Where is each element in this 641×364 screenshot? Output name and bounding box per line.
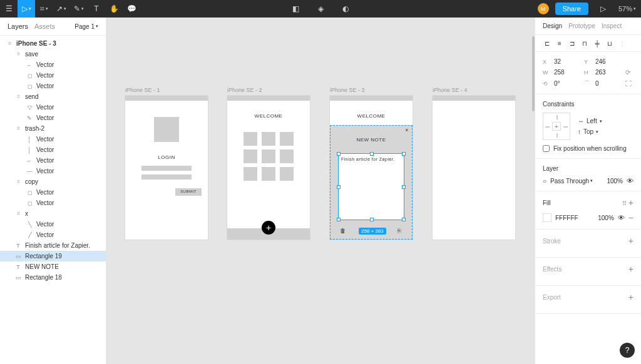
layer-type-icon: ▭: [15, 275, 21, 281]
layer-row[interactable]: ◻Vector: [0, 187, 106, 198]
zoom-select[interactable]: 57%▾: [618, 5, 636, 13]
layer-row[interactable]: ⌗iPhone SE - 3: [0, 38, 106, 49]
h-input[interactable]: 263: [595, 69, 620, 76]
layer-row[interactable]: ⌐Vector: [0, 59, 106, 70]
fix-position-input[interactable]: [543, 145, 550, 152]
layer-row[interactable]: ▭Rectangle 19: [0, 251, 106, 261]
fill-hex-input[interactable]: FFFFFF: [555, 215, 588, 221]
layer-type-icon: ▭: [15, 253, 21, 260]
right-panel: Design Prototype Inspect ⊏ ≡ ⊐ ⊓ ╪ ⊔ ⋮ X…: [535, 18, 641, 364]
visibility-icon[interactable]: 👁: [627, 177, 633, 185]
align-top-icon[interactable]: ⊓: [580, 39, 589, 48]
frame-label: iPhone SE - 2: [227, 87, 262, 93]
layer-row[interactable]: ⌗x: [0, 208, 106, 219]
layer-row[interactable]: ╲Vector: [0, 219, 106, 230]
fill-swatch[interactable]: [543, 213, 551, 222]
add-fill-button[interactable]: +: [628, 198, 633, 208]
constraint-vertical[interactable]: ↕ Top ▾: [578, 128, 602, 135]
corner-expand-icon[interactable]: ⛶: [625, 80, 635, 87]
x-input[interactable]: 32: [554, 58, 579, 65]
fill-visibility-icon[interactable]: 👁: [618, 214, 625, 221]
layer-row[interactable]: │Vector: [0, 134, 106, 144]
constraint-widget[interactable]: +: [543, 113, 570, 140]
pen-tool[interactable]: ↗▾: [53, 0, 70, 18]
layer-row[interactable]: │Vector: [0, 144, 106, 155]
assets-tab[interactable]: Assets: [34, 23, 55, 30]
inspect-tab[interactable]: Inspect: [602, 23, 622, 29]
layer-row[interactable]: ▭Rectangle 18: [0, 272, 106, 283]
add-export-button[interactable]: +: [628, 292, 633, 302]
layer-row[interactable]: ✎Vector: [0, 113, 106, 123]
layer-row[interactable]: TFinish article for Zapier.: [0, 240, 106, 251]
layer-name: Vector: [36, 231, 54, 238]
layer-row[interactable]: —Vector: [0, 166, 106, 176]
toolbar: ☰ ▷▾ ⌗▾ ↗▾ ✎▾ T ✋ 💬 ◧ ◈ ◐ M Share ▷ 57%▾: [0, 0, 641, 18]
boolean-tool[interactable]: ◐: [337, 0, 354, 18]
layers-tab[interactable]: Layers: [8, 23, 28, 30]
layer-type-icon: ▽: [26, 104, 33, 111]
layer-row[interactable]: ◻Vector: [0, 198, 106, 208]
frame-iphone-se-4[interactable]: iPhone SE - 4: [433, 96, 515, 240]
page-select[interactable]: Page 1▾: [74, 23, 98, 30]
frame-iphone-se-1[interactable]: iPhone SE - 1 LOGIN SUBMIT: [125, 96, 208, 240]
selection-dimensions: 258 × 263: [359, 228, 386, 235]
layer-row[interactable]: ▽Vector: [0, 102, 106, 113]
trash-icon[interactable]: 🗑: [340, 228, 347, 235]
constraint-horizontal[interactable]: ↔ Left ▾: [578, 118, 602, 124]
link-wh-icon[interactable]: ⟳: [625, 69, 635, 76]
align-bottom-icon[interactable]: ⊔: [605, 39, 614, 48]
layer-type-icon: │: [26, 147, 33, 153]
h-label: H: [584, 69, 590, 76]
comment-tool[interactable]: 💬: [123, 0, 140, 18]
menu-button[interactable]: ☰: [0, 0, 18, 18]
fill-opacity-input[interactable]: 100%: [592, 215, 614, 221]
layer-row[interactable]: ◻Vector: [0, 70, 106, 81]
user-avatar[interactable]: M: [538, 3, 549, 14]
frame-tool[interactable]: ⌗▾: [35, 0, 53, 18]
w-input[interactable]: 258: [554, 69, 579, 76]
scroll-indicator[interactable]: [532, 36, 535, 111]
layer-row[interactable]: ⌗send: [0, 91, 106, 102]
align-hcenter-icon[interactable]: ≡: [555, 39, 564, 48]
fix-position-checkbox[interactable]: Fix position when scrolling: [543, 145, 633, 152]
present-button[interactable]: ▷: [595, 0, 612, 18]
rotation-input[interactable]: 0°: [554, 80, 579, 87]
prototype-tab[interactable]: Prototype: [568, 23, 595, 29]
layer-row[interactable]: ◻Vector: [0, 81, 106, 91]
shape-tool[interactable]: ✎▾: [70, 0, 88, 18]
layer-row[interactable]: ⌐Vector: [0, 155, 106, 166]
blend-mode-select[interactable]: Pass Through ▾: [550, 178, 597, 185]
layer-name: Vector: [36, 72, 54, 79]
grid-cell: [280, 149, 294, 163]
effects-section: Effects +: [535, 258, 641, 286]
layer-row[interactable]: ⌗save: [0, 49, 106, 59]
share-button[interactable]: Share: [555, 3, 588, 15]
align-left-icon[interactable]: ⊏: [543, 39, 551, 48]
layer-row[interactable]: TNEW NOTE: [0, 261, 106, 272]
component-tool[interactable]: ◧: [287, 0, 304, 18]
hand-tool[interactable]: ✋: [105, 0, 123, 18]
layer-row[interactable]: ⌗copy: [0, 176, 106, 187]
add-stroke-button[interactable]: +: [628, 236, 633, 246]
corner-input[interactable]: 0: [595, 80, 620, 87]
fill-style-icon[interactable]: ⠿: [622, 200, 627, 207]
move-tool[interactable]: ▷▾: [18, 0, 35, 18]
frame-label: iPhone SE - 1: [125, 87, 160, 93]
distribute-icon[interactable]: ⋮: [618, 39, 627, 48]
grid-cell: [262, 132, 275, 146]
remove-fill-button[interactable]: −: [628, 213, 633, 223]
help-button[interactable]: ?: [620, 343, 635, 358]
canvas[interactable]: iPhone SE - 1 LOGIN SUBMIT iPhone SE - 2…: [106, 18, 535, 364]
mask-tool[interactable]: ◈: [312, 0, 329, 18]
y-input[interactable]: 246: [595, 58, 620, 65]
design-tab[interactable]: Design: [543, 23, 562, 29]
add-effect-button[interactable]: +: [628, 264, 633, 274]
copy-icon[interactable]: ⎘: [397, 228, 405, 235]
align-vcenter-icon[interactable]: ╪: [593, 39, 602, 48]
frame-iphone-se-2[interactable]: iPhone SE - 2 WELCOME +: [227, 96, 310, 240]
align-right-icon[interactable]: ⊐: [568, 39, 577, 48]
layer-row[interactable]: ⌗trash-2: [0, 123, 106, 134]
layer-opacity-input[interactable]: 100%: [600, 178, 623, 185]
layer-row[interactable]: ╱Vector: [0, 230, 106, 240]
text-tool[interactable]: T: [88, 0, 105, 18]
